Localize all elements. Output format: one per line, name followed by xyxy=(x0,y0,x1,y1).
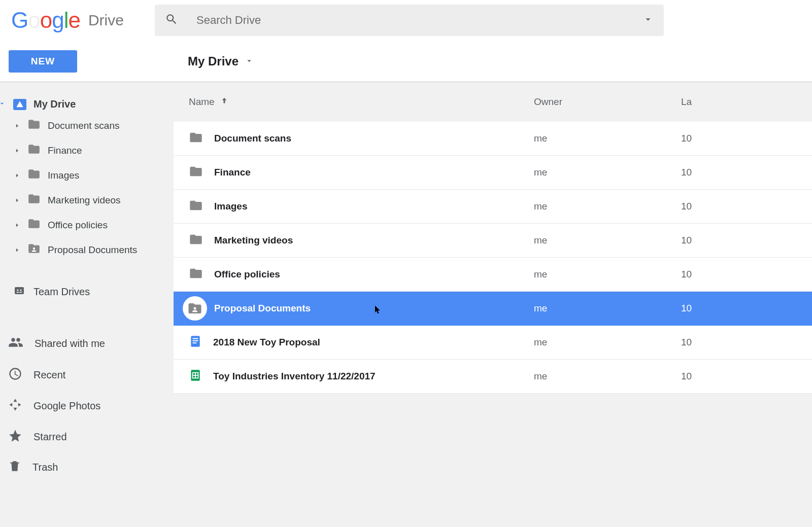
caret-right-icon[interactable] xyxy=(14,244,20,256)
sidebar-item-recent[interactable]: Recent xyxy=(0,360,174,391)
search-input[interactable] xyxy=(196,14,642,27)
table-row[interactable]: Office policiesme10 xyxy=(174,258,812,292)
row-owner: me xyxy=(534,235,681,246)
sidebar-item-starred[interactable]: Starred xyxy=(0,421,174,452)
drive-icon xyxy=(13,99,26,110)
sidebar-root-label: My Drive xyxy=(33,98,76,110)
row-name: Finance xyxy=(189,164,534,181)
sidebar-item-trash[interactable]: Trash xyxy=(0,452,174,482)
row-name-label: Marketing videos xyxy=(214,235,293,246)
chevron-down-icon xyxy=(245,54,254,68)
sidebar-team-drives-label: Team Drives xyxy=(33,286,90,298)
sidebar-root-my-drive[interactable]: My Drive xyxy=(0,95,174,113)
row-name: Office policies xyxy=(189,266,534,283)
row-lastmod: 10 xyxy=(681,133,692,144)
sidebar-folder[interactable]: Images xyxy=(0,163,174,188)
row-name-label: Office policies xyxy=(214,269,280,280)
sidebar-folder-label: Marketing videos xyxy=(48,195,121,206)
caret-right-icon[interactable] xyxy=(14,120,20,131)
row-name-label: Toy Industries Inventory 11/22/2017 xyxy=(213,371,376,382)
sidebar-team-drives[interactable]: Team Drives xyxy=(0,279,174,304)
folder-icon xyxy=(189,232,203,249)
row-owner: me xyxy=(534,133,681,144)
row-name: Marketing videos xyxy=(189,232,534,249)
column-header-name-label: Name xyxy=(189,96,215,108)
breadcrumb-label: My Drive xyxy=(188,54,239,68)
toolbar: NEW My Drive xyxy=(0,41,812,82)
table-row[interactable]: Document scansme10 xyxy=(174,122,812,156)
row-name-label: Images xyxy=(214,201,247,212)
app-name: Drive xyxy=(88,12,124,29)
table-row[interactable]: Proposal Documentsme10 xyxy=(174,292,812,326)
row-name: Proposal Documents xyxy=(189,296,534,321)
body: My Drive Document scansFinanceImagesMark… xyxy=(0,82,812,482)
folder-icon xyxy=(189,164,203,181)
sidebar-folder[interactable]: Marketing videos xyxy=(0,188,174,213)
folder-icon xyxy=(27,143,41,158)
row-name: Images xyxy=(189,198,534,215)
folder-icon xyxy=(189,266,203,283)
content: Name Owner La Document scansme10Financem… xyxy=(174,82,812,482)
sidebar-item-photos[interactable]: Google Photos xyxy=(0,391,174,421)
arrow-up-icon xyxy=(220,96,229,108)
caret-right-icon[interactable] xyxy=(14,145,20,156)
row-name: Toy Industries Inventory 11/22/2017 xyxy=(189,369,534,384)
people-icon xyxy=(8,335,23,353)
column-header-owner-label: Owner xyxy=(534,96,562,107)
table-row[interactable]: Imagesme10 xyxy=(174,190,812,224)
sidebar-folder-label: Office policies xyxy=(48,220,108,231)
column-header-owner[interactable]: Owner xyxy=(534,96,681,108)
new-button[interactable]: NEW xyxy=(9,50,77,73)
caret-right-icon[interactable] xyxy=(14,170,20,181)
sheet-icon xyxy=(189,369,202,384)
row-name: Document scans xyxy=(189,130,534,147)
folder-icon xyxy=(27,167,41,183)
sidebar-item-shared[interactable]: Shared with me xyxy=(0,328,174,360)
trash-icon xyxy=(8,460,21,475)
table-row[interactable]: Financeme10 xyxy=(174,156,812,190)
cursor-icon xyxy=(374,304,383,318)
sidebar-folder[interactable]: Document scans xyxy=(0,113,174,138)
sidebar-folder-label: Finance xyxy=(48,145,82,156)
row-lastmod: 10 xyxy=(681,303,692,314)
row-name: 2018 New Toy Proposal xyxy=(189,335,534,350)
column-header-lastmod[interactable]: La xyxy=(681,96,692,108)
caret-right-icon[interactable] xyxy=(14,220,20,231)
row-lastmod: 10 xyxy=(681,167,692,178)
sidebar-folder[interactable]: Finance xyxy=(0,138,174,163)
sidebar-folder-label: Images xyxy=(48,170,79,181)
row-lastmod: 10 xyxy=(681,371,692,382)
search-icon xyxy=(165,13,178,28)
sidebar-folder-label: Document scans xyxy=(48,120,120,131)
folder-icon xyxy=(189,130,203,147)
sidebar-folder[interactable]: Proposal Documents xyxy=(0,237,174,262)
row-name-label: 2018 New Toy Proposal xyxy=(213,337,320,348)
row-lastmod: 10 xyxy=(681,201,692,212)
caret-right-icon[interactable] xyxy=(14,195,20,206)
search-options-icon[interactable] xyxy=(642,14,654,27)
team-drives-icon xyxy=(12,285,26,299)
column-header-name[interactable]: Name xyxy=(189,96,534,108)
row-lastmod: 10 xyxy=(681,269,692,280)
star-icon xyxy=(8,429,22,445)
row-owner: me xyxy=(534,201,681,212)
column-header-lastmod-label: La xyxy=(681,96,692,107)
table-row[interactable]: Toy Industries Inventory 11/22/2017me10 xyxy=(174,360,812,394)
table-row[interactable]: Marketing videosme10 xyxy=(174,224,812,258)
row-owner: me xyxy=(534,303,681,314)
shared-folder-icon xyxy=(183,296,207,321)
row-owner: me xyxy=(534,337,681,348)
sidebar: My Drive Document scansFinanceImagesMark… xyxy=(0,82,174,482)
clock-icon xyxy=(8,367,22,383)
search-bar[interactable] xyxy=(155,5,664,36)
row-owner: me xyxy=(534,167,681,178)
breadcrumb[interactable]: My Drive xyxy=(188,54,254,68)
sidebar-item-label: Starred xyxy=(33,431,67,443)
sidebar-folder[interactable]: Office policies xyxy=(0,213,174,237)
row-owner: me xyxy=(534,269,681,280)
folder-icon xyxy=(189,198,203,215)
logo[interactable]: Google Drive xyxy=(11,8,155,33)
table-row[interactable]: 2018 New Toy Proposalme10 xyxy=(174,326,812,360)
caret-down-icon[interactable] xyxy=(0,98,6,110)
row-name-label: Document scans xyxy=(214,133,291,144)
